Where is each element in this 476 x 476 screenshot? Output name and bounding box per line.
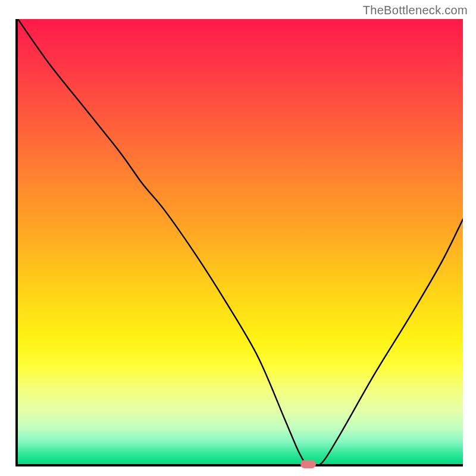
plot-frame [15,19,463,466]
svg-rect-0 [18,19,463,464]
chart-stage: TheBottleneck.com [0,0,476,476]
gradient-background [18,19,463,464]
optimal-marker [300,460,316,468]
watermark-text: TheBottleneck.com [363,4,468,17]
